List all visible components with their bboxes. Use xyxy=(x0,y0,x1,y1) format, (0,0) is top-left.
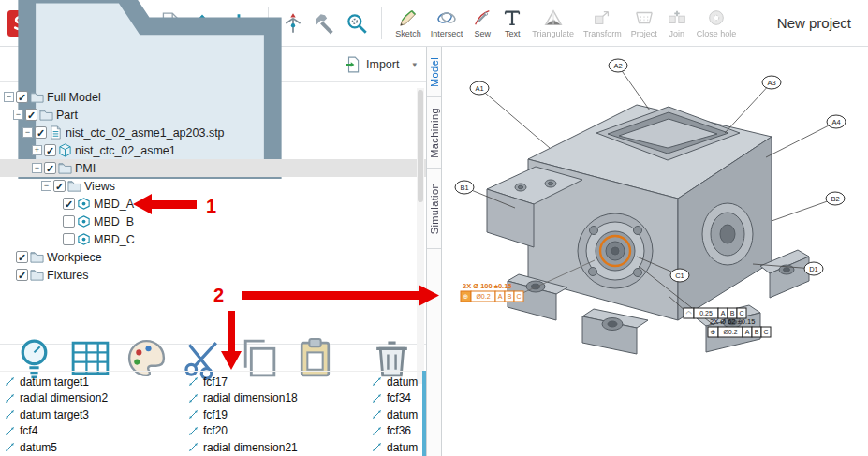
dimension-icon xyxy=(187,425,199,437)
dimension-icon xyxy=(187,441,199,453)
pmi-balloon-A3[interactable]: A3 xyxy=(725,76,781,133)
triangulate-button[interactable]: Triangulate xyxy=(529,6,577,40)
expand-toggle[interactable]: + xyxy=(32,145,42,155)
pmi-item[interactable]: datum target1 xyxy=(0,374,184,390)
tool-label: Join xyxy=(669,29,684,38)
visibility-checkbox[interactable]: ✓ xyxy=(25,109,37,121)
sketch-button[interactable]: Sketch xyxy=(392,6,424,40)
pmi-item[interactable]: fcf4 xyxy=(0,423,184,440)
triangulate-icon xyxy=(543,7,564,28)
pmi-item[interactable]: datum xyxy=(367,439,426,456)
view-icon xyxy=(77,232,91,246)
svg-text:D1: D1 xyxy=(809,265,818,273)
import-button[interactable]: Import xyxy=(345,56,399,73)
new-project-label[interactable]: New project xyxy=(777,15,851,31)
pmi-item[interactable]: radial dimension2 xyxy=(0,390,184,407)
intersect-button[interactable]: Intersect xyxy=(428,6,466,40)
pmi-item[interactable]: fcf19 xyxy=(184,406,367,423)
collapse-toggle[interactable]: − xyxy=(41,181,51,191)
pmi-item[interactable]: fcf36 xyxy=(367,423,426,440)
tab-model[interactable]: Model xyxy=(429,57,440,87)
collapse-toggle[interactable]: − xyxy=(4,92,14,102)
tab-simulation[interactable]: Simulation xyxy=(429,183,440,234)
pmi-balloon-A1[interactable]: A1 xyxy=(470,81,550,148)
tree-item-label: Full Model xyxy=(47,91,101,104)
pmi-item-label: fcf4 xyxy=(20,424,37,437)
pmi-balloon-A4[interactable]: A4 xyxy=(766,115,846,157)
folder-icon xyxy=(58,161,72,175)
pmi-list-scrollbar[interactable] xyxy=(422,371,426,456)
close-hole-button[interactable]: Close hole xyxy=(694,6,740,40)
toolbar-separator xyxy=(381,7,382,39)
visibility-checkbox[interactable]: ✓ xyxy=(16,91,28,103)
pmi-item-label: fcf17 xyxy=(203,375,228,389)
tree-item-views[interactable]: −✓Views xyxy=(0,177,426,195)
pmi-item[interactable]: datum target3 xyxy=(0,406,184,423)
svg-text:A: A xyxy=(721,310,726,316)
import-dropdown-caret-icon[interactable]: ▾ xyxy=(412,60,417,69)
visibility-checkbox[interactable]: ✓ xyxy=(53,180,66,192)
tree-item-nist-ctc-02-asme1-ap203-stp[interactable]: −✓nist_ctc_02_asme1_ap203.stp xyxy=(0,124,426,141)
svg-text:B1: B1 xyxy=(460,184,468,192)
visibility-checkbox[interactable]: ✓ xyxy=(44,144,56,156)
app-window: SprutCAM ▾▾ SketchIntersectSewTextTriang… xyxy=(0,0,868,456)
visibility-checkbox[interactable]: ✓ xyxy=(63,198,75,210)
svg-text:A4: A4 xyxy=(831,118,840,126)
pmi-item[interactable]: datum xyxy=(367,406,426,423)
pmi-item[interactable]: fcf17 xyxy=(184,374,367,390)
pmi-item[interactable]: datum xyxy=(367,374,426,390)
tree-item-pmi[interactable]: −✓PMI xyxy=(0,159,426,177)
tab-machining[interactable]: Machining xyxy=(429,108,440,158)
folder-icon xyxy=(30,250,44,264)
transform-button[interactable]: Transform xyxy=(581,6,625,40)
pmi-item[interactable]: fcf34 xyxy=(367,390,426,407)
visibility-checkbox[interactable] xyxy=(63,233,75,245)
tree-item-fixtures[interactable]: ✓Fixtures xyxy=(0,266,426,284)
tree-scrollbar[interactable] xyxy=(417,88,424,384)
visibility-checkbox[interactable] xyxy=(63,215,75,228)
pmi-item[interactable]: datum5 xyxy=(0,439,184,456)
import-file-icon xyxy=(345,56,361,73)
pmi-item[interactable]: fcf20 xyxy=(184,423,367,440)
join-button[interactable]: Join xyxy=(664,6,690,40)
build-tool-button[interactable] xyxy=(311,9,339,37)
visibility-checkbox[interactable]: ✓ xyxy=(16,269,28,281)
tab-wrap: Simulation xyxy=(427,169,441,249)
pmi-item-label: datum xyxy=(387,375,418,389)
tree-item-label: MBD_A xyxy=(94,198,134,211)
dimension-icon xyxy=(187,408,199,420)
pmi-item[interactable]: radial dimension21 xyxy=(184,439,367,456)
pmi-item[interactable]: radial dimension18 xyxy=(184,390,367,407)
sew-button[interactable]: Sew xyxy=(469,6,495,40)
collapse-toggle[interactable]: − xyxy=(13,110,23,120)
tree-item-mbd-b[interactable]: MBD_B xyxy=(0,213,426,230)
project-button[interactable]: Project xyxy=(628,6,660,40)
text-button[interactable]: Text xyxy=(499,6,525,40)
visibility-checkbox[interactable]: ✓ xyxy=(44,162,56,174)
dimension-icon xyxy=(4,441,16,453)
search-button[interactable] xyxy=(343,9,371,37)
tree-item-mbd-a[interactable]: ✓MBD_A xyxy=(0,195,426,213)
visibility-checkbox[interactable]: ✓ xyxy=(16,251,28,263)
svg-text:A3: A3 xyxy=(767,79,775,87)
expander-spacer xyxy=(51,234,61,244)
scrollbar-thumb[interactable] xyxy=(418,90,423,202)
svg-text:B: B xyxy=(755,329,759,335)
3d-viewport[interactable]: A1A2A3A4B1B2C1D12X Ø 100 ±0.15⊕Ø0.2ABC2X… xyxy=(442,47,868,456)
view-icon xyxy=(77,214,91,228)
collapse-toggle[interactable]: − xyxy=(22,127,33,138)
pmi-balloon-B2[interactable]: B2 xyxy=(772,192,845,221)
svg-text:A: A xyxy=(498,293,503,300)
tree-item-part[interactable]: −✓Part xyxy=(0,106,426,124)
collapse-toggle[interactable]: − xyxy=(32,163,42,173)
tree-item-mbd-c[interactable]: MBD_C xyxy=(0,230,426,248)
tree-item-full-model[interactable]: −✓Full Model xyxy=(0,88,426,106)
pmi-balloon-A2[interactable]: A2 xyxy=(609,59,650,110)
tree-item-label: Fixtures xyxy=(47,269,88,282)
dimension-icon xyxy=(371,408,383,420)
tree-item-workpiece[interactable]: ✓Workpiece xyxy=(0,248,426,266)
tree-item-nist-ctc-02-asme1[interactable]: +✓nist_ctc_02_asme1 xyxy=(0,141,426,159)
visibility-checkbox[interactable]: ✓ xyxy=(35,126,47,139)
model-3d-view[interactable]: A1A2A3A4B1B2C1D12X Ø 100 ±0.15⊕Ø0.2ABC2X… xyxy=(442,47,868,456)
pmi-item-label: datum xyxy=(387,408,418,421)
